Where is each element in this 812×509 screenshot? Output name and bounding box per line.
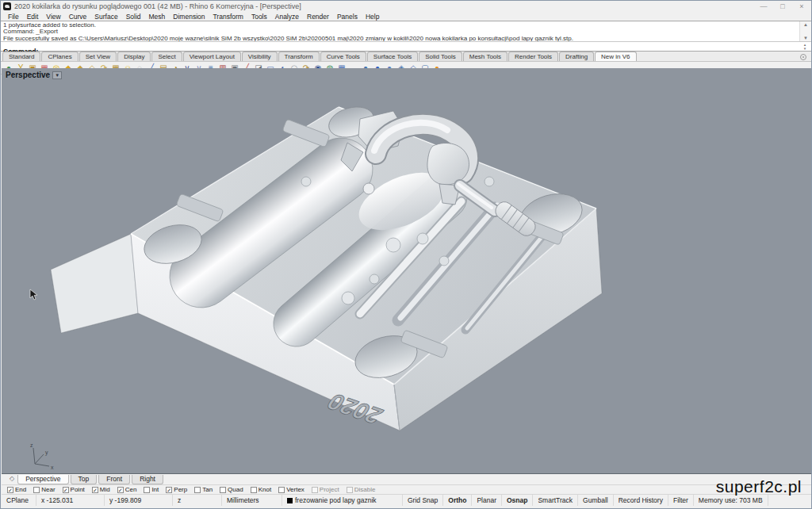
- viewport-tab[interactable]: Front: [98, 475, 130, 484]
- osnap-option[interactable]: Near: [33, 486, 55, 493]
- osnap-option[interactable]: Perp: [166, 486, 187, 493]
- menu-item[interactable]: Curve: [65, 13, 91, 21]
- viewport-canvas[interactable]: 2020 z y x: [2, 68, 812, 474]
- osnap-checkbox[interactable]: [33, 487, 40, 493]
- toolbar-tab[interactable]: Display: [117, 52, 151, 61]
- toolbar-tab[interactable]: New in V6: [595, 52, 636, 61]
- menu-item[interactable]: Mesh: [145, 13, 170, 21]
- osnap-label: Near: [41, 486, 55, 493]
- osnap-option[interactable]: Disable: [347, 486, 376, 493]
- toolbar-tab[interactable]: Mesh Tools: [463, 52, 508, 61]
- osnap-checkbox[interactable]: [144, 487, 150, 493]
- toolbar-tab[interactable]: Viewport Layout: [183, 52, 241, 61]
- osnap-checkbox[interactable]: [194, 487, 201, 493]
- viewport-tab[interactable]: Perspective: [17, 475, 68, 484]
- status-cell[interactable]: x -125.031: [36, 495, 105, 506]
- status-cell-label: x -125.031: [41, 496, 73, 504]
- current-layer-cell[interactable]: frezowanie pod lapy gaznik: [282, 495, 403, 506]
- toolbar-tab[interactable]: Curve Tools: [320, 52, 366, 61]
- osnap-checkbox[interactable]: [92, 487, 98, 493]
- menu-item[interactable]: Edit: [23, 13, 43, 21]
- status-cell[interactable]: y -199.809: [105, 495, 173, 506]
- toolbar-tab-row: Standard CPlanes Set View Display Select…: [1, 52, 811, 62]
- osnap-option[interactable]: Vertex: [278, 486, 304, 493]
- osnap-option[interactable]: Int: [144, 486, 159, 493]
- toolbar-tab[interactable]: Select: [151, 52, 182, 61]
- command-history-line: File successfully saved as C:\Users\Mari…: [3, 36, 797, 42]
- status-toggle-cell[interactable]: Grid Snap: [403, 495, 443, 506]
- osnap-checkbox[interactable]: [312, 487, 318, 493]
- menu-item[interactable]: Panels: [333, 13, 362, 21]
- menu-item[interactable]: Help: [362, 13, 383, 21]
- perspective-viewport[interactable]: Perspective ▼: [2, 68, 812, 474]
- status-toggle-label: Osnap: [507, 496, 527, 504]
- toolbar-tab[interactable]: Visibility: [242, 52, 278, 61]
- toolbar-tab[interactable]: Transform: [278, 52, 320, 61]
- command-prompt[interactable]: Command: ▴ ▾: [1, 42, 811, 52]
- viewport-menu-arrow-icon[interactable]: ▼: [52, 71, 62, 79]
- menu-item[interactable]: View: [42, 13, 64, 21]
- toolbar-tab[interactable]: Standard: [2, 52, 40, 61]
- viewport-tab-row: ◇ Perspective Top Front Right: [2, 475, 812, 485]
- osnap-checkbox[interactable]: [166, 487, 172, 493]
- osnap-checkbox[interactable]: [117, 487, 124, 493]
- toolbar-tab[interactable]: CPlanes: [41, 52, 78, 61]
- osnap-option[interactable]: End: [7, 486, 26, 493]
- new-viewport-tab-icon[interactable]: ◇: [6, 475, 17, 482]
- menu-item[interactable]: Dimension: [169, 13, 209, 21]
- viewport-tab[interactable]: Right: [132, 475, 163, 484]
- command-history[interactable]: 1 polysurface added to selection. Comman…: [1, 21, 811, 42]
- command-history-scrollbar[interactable]: ▲ ▼: [799, 21, 811, 41]
- menu-item[interactable]: Render: [303, 13, 333, 21]
- status-cell[interactable]: Millimeters: [222, 495, 282, 506]
- status-toggle-cell[interactable]: Record History: [614, 495, 668, 506]
- osnap-option[interactable]: Mid: [92, 486, 110, 493]
- toolbar-tab[interactable]: Drafting: [559, 52, 594, 61]
- menu-item[interactable]: Surface: [90, 13, 121, 21]
- scroll-down-icon[interactable]: ▼: [803, 35, 808, 41]
- osnap-option[interactable]: Point: [63, 486, 85, 493]
- osnap-option[interactable]: Knot: [251, 486, 271, 493]
- scroll-up-icon[interactable]: ▲: [803, 21, 808, 28]
- toolbar-tab[interactable]: Solid Tools: [419, 52, 462, 61]
- osnap-label: Vertex: [286, 486, 304, 493]
- viewport-title-label[interactable]: Perspective: [6, 71, 50, 79]
- osnap-checkbox[interactable]: [7, 487, 13, 493]
- toolbar-options-gear-icon[interactable]: [800, 54, 806, 60]
- spinner-down-icon[interactable]: ▾: [804, 47, 806, 51]
- osnap-option[interactable]: Tan: [194, 486, 213, 493]
- osnap-checkbox[interactable]: [278, 487, 285, 493]
- menu-item[interactable]: Tools: [247, 13, 271, 21]
- osnap-option[interactable]: Quad: [220, 486, 243, 493]
- menu-item[interactable]: File: [4, 13, 23, 21]
- osnap-option[interactable]: Cen: [117, 486, 137, 493]
- status-toggle-cell[interactable]: Planar: [472, 495, 502, 506]
- status-toggle-cell[interactable]: Memory use: 703 MB: [694, 495, 768, 506]
- toolbar-tab[interactable]: Surface Tools: [367, 52, 418, 61]
- status-toggle-cell[interactable]: Ortho: [443, 495, 472, 506]
- status-toggle-cell[interactable]: SmartTrack: [533, 495, 578, 506]
- osnap-checkbox[interactable]: [347, 487, 353, 493]
- status-toggle-cell[interactable]: Osnap: [502, 495, 533, 506]
- current-layer-label: frezowanie pod lapy gaznik: [295, 496, 377, 504]
- osnap-checkbox[interactable]: [220, 487, 226, 493]
- status-toggle-cell[interactable]: Gumball: [578, 495, 614, 506]
- osnap-label: Point: [71, 486, 85, 493]
- status-cell[interactable]: z: [173, 495, 222, 506]
- command-spinner[interactable]: ▴ ▾: [799, 42, 810, 51]
- restore-button[interactable]: □: [773, 1, 792, 12]
- menu-item[interactable]: Transform: [209, 13, 247, 21]
- viewport-title[interactable]: Perspective ▼: [6, 71, 62, 79]
- menu-item[interactable]: Solid: [122, 13, 145, 21]
- minimize-button[interactable]: —: [754, 1, 773, 12]
- osnap-option[interactable]: Project: [312, 486, 339, 493]
- toolbar-tab[interactable]: Render Tools: [508, 52, 558, 61]
- osnap-checkbox[interactable]: [63, 487, 69, 493]
- status-cell[interactable]: CPlane: [2, 495, 36, 506]
- menu-item[interactable]: Analyze: [271, 13, 303, 21]
- toolbar-tab[interactable]: Set View: [79, 52, 117, 61]
- viewport-tab[interactable]: Top: [71, 475, 98, 484]
- status-toggle-cell[interactable]: Filter: [668, 495, 694, 506]
- osnap-checkbox[interactable]: [251, 487, 257, 493]
- close-button[interactable]: ×: [792, 1, 811, 12]
